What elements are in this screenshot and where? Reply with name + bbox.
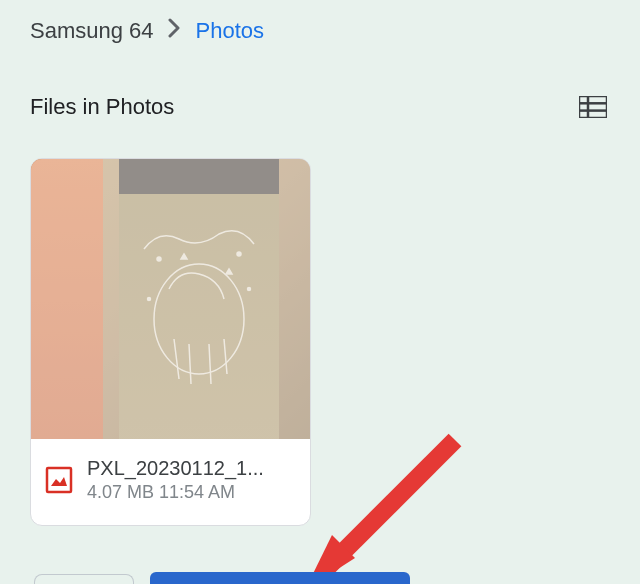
file-name: PXL_20230112_1... bbox=[87, 457, 264, 480]
section-header: Files in Photos bbox=[30, 94, 610, 120]
chevron-right-icon bbox=[168, 18, 182, 44]
bottom-action-button[interactable] bbox=[150, 572, 410, 584]
list-view-button[interactable] bbox=[576, 94, 610, 120]
breadcrumb-current[interactable]: Photos bbox=[196, 18, 265, 44]
file-thumbnail bbox=[31, 159, 310, 439]
svg-rect-0 bbox=[579, 96, 607, 118]
file-card[interactable]: PXL_20230112_1... 4.07 MB 11:54 AM bbox=[30, 158, 311, 526]
breadcrumb-parent[interactable]: Samsung 64 bbox=[30, 18, 154, 44]
file-meta: 4.07 MB 11:54 AM bbox=[87, 482, 264, 503]
annotation-arrow bbox=[290, 420, 490, 584]
list-view-icon bbox=[579, 96, 607, 118]
file-info: PXL_20230112_1... 4.07 MB 11:54 AM bbox=[31, 439, 310, 525]
image-file-icon bbox=[45, 466, 73, 494]
svg-rect-9 bbox=[47, 468, 71, 492]
svg-line-10 bbox=[325, 440, 455, 570]
breadcrumb: Samsung 64 Photos bbox=[30, 18, 610, 44]
section-title: Files in Photos bbox=[30, 94, 174, 120]
bottom-button-outline[interactable] bbox=[34, 574, 134, 584]
